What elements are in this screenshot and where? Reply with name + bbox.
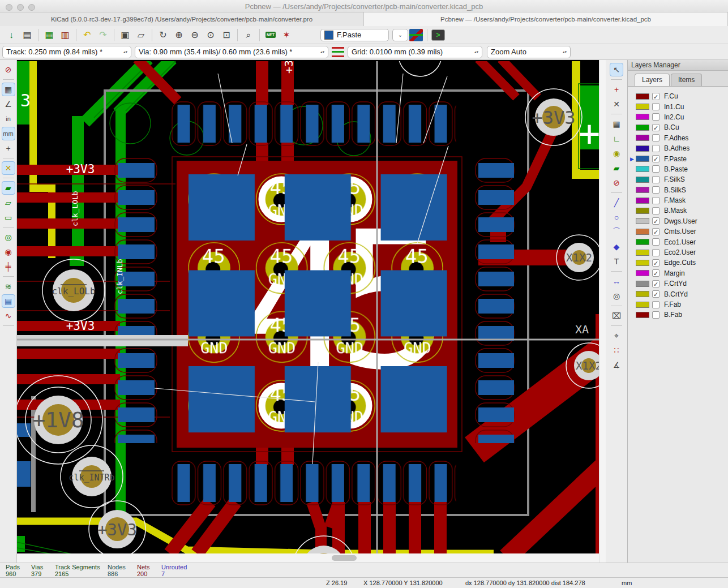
layer-color-swatch[interactable] [636, 312, 649, 318]
page-settings-icon[interactable]: ▤ [20, 28, 35, 42]
layer-row[interactable]: B.SilkS [628, 185, 728, 195]
zoom-in-icon[interactable]: ⊕ [172, 28, 186, 42]
cursor-shape-icon[interactable]: + [2, 141, 15, 155]
vias-sketch-icon[interactable]: ◉ [2, 245, 15, 259]
layer-checkbox[interactable] [652, 311, 660, 319]
footprint-browser-icon[interactable]: ▥ [58, 28, 72, 42]
pads-sketch-icon[interactable]: ◎ [2, 230, 15, 244]
redraw-icon[interactable]: ↻ [156, 28, 170, 42]
layer-checkbox[interactable]: ✓ [652, 155, 660, 162]
zoom-select[interactable]: Zoom Auto ▴▾ [487, 46, 571, 58]
layer-row[interactable]: ✓F.CrtYd [628, 278, 728, 289]
layer-color-swatch[interactable] [636, 145, 649, 152]
layer-row[interactable]: Eco1.User [628, 237, 728, 247]
find-icon[interactable]: ⌕ [241, 28, 256, 42]
via-size-select[interactable]: Via: 0.90 mm (35.4 mils)/ 0.60 mm (23.6 … [135, 46, 328, 58]
layer-color-swatch[interactable] [636, 114, 649, 120]
layer-checkbox[interactable] [652, 134, 660, 141]
layer-row[interactable]: ✓B.CrtYd [628, 289, 728, 299]
layer-color-swatch[interactable] [636, 208, 649, 214]
layer-selector-dropdown-button[interactable]: ⌄ [392, 29, 408, 41]
layer-color-swatch[interactable] [636, 125, 649, 131]
add-footprint-icon[interactable]: ▦ [610, 117, 623, 131]
add-target-icon[interactable]: ◎ [610, 289, 623, 303]
zoom-fit-icon[interactable]: ⊙ [203, 28, 218, 42]
microwave-toolbar-icon[interactable]: ∿ [2, 309, 15, 323]
layer-checkbox[interactable] [652, 176, 660, 183]
select-tool-icon[interactable]: ↖ [610, 63, 623, 76]
layer-checkbox[interactable]: ✓ [652, 280, 660, 287]
measure-tool-icon[interactable]: ∡ [610, 358, 623, 372]
layer-color-swatch[interactable] [636, 302, 649, 308]
layer-row[interactable]: In1.Cu [628, 101, 728, 111]
layer-checkbox[interactable]: ✓ [652, 269, 660, 277]
high-contrast-icon[interactable]: ≋ [2, 280, 15, 293]
layer-checkbox[interactable] [652, 207, 660, 214]
zones-sketch-icon[interactable]: ▭ [2, 211, 15, 224]
units-inches-icon[interactable]: in [2, 112, 15, 126]
layer-checkbox[interactable] [652, 103, 660, 110]
layer-row[interactable]: ✓Cmts.User [628, 226, 728, 237]
layer-color-swatch[interactable] [636, 250, 649, 256]
layer-checkbox[interactable] [652, 113, 660, 121]
layer-row[interactable]: ✓Dwgs.User [628, 216, 728, 226]
add-circle-icon[interactable]: ○ [610, 211, 623, 224]
tracks-sketch-icon[interactable]: ╪ [2, 260, 15, 273]
grid-origin-icon[interactable]: ∷ [610, 344, 623, 357]
plot-icon[interactable]: ▱ [134, 28, 148, 42]
delete-tool-icon[interactable]: ⌧ [610, 309, 623, 323]
layer-color-swatch[interactable] [636, 177, 649, 183]
add-arc-icon[interactable]: ⌒ [610, 225, 623, 239]
grid-visibility-icon[interactable]: ▦ [2, 83, 15, 96]
vertical-scrollbar[interactable] [599, 60, 606, 563]
layer-row[interactable]: Eco2.User [628, 247, 728, 257]
layer-color-swatch[interactable] [636, 281, 649, 287]
ratsnest-visibility-icon[interactable]: ✕ [2, 161, 15, 175]
print-icon[interactable]: ▣ [118, 28, 132, 42]
polar-coords-icon[interactable]: ∠ [2, 97, 15, 111]
layer-row[interactable]: F.Fab [628, 299, 728, 310]
add-line-icon[interactable]: ╱ [610, 196, 623, 209]
add-text-icon[interactable]: T [610, 255, 623, 268]
layer-row[interactable]: B.Paste [628, 164, 728, 174]
auto-track-width-icon[interactable] [332, 47, 344, 57]
drc-icon[interactable]: ✶ [279, 28, 294, 42]
units-mm-icon[interactable]: mm [2, 127, 15, 140]
add-via-icon[interactable]: ◉ [610, 147, 623, 160]
footprint-editor-icon[interactable]: ▦ [42, 28, 57, 42]
layer-row[interactable]: ✓B.Cu [628, 122, 728, 132]
tab-pcbnew[interactable]: Pcbnew — /Users/andy/Projects/converter/… [364, 12, 728, 26]
layer-checkbox[interactable]: ✓ [652, 93, 660, 100]
layer-checkbox[interactable] [652, 145, 660, 152]
tab-items[interactable]: Items [671, 74, 702, 86]
layer-color-swatch[interactable] [636, 198, 649, 204]
layer-color-swatch[interactable] [636, 187, 649, 193]
track-width-select[interactable]: Track: 0.250 mm (9.84 mils) * ▴▾ [2, 46, 131, 58]
layers-pane-toggle-icon[interactable]: ▤ [2, 294, 15, 308]
layer-checkbox[interactable]: ✓ [652, 290, 660, 298]
tab-layers[interactable]: Layers [635, 74, 670, 86]
layer-color-swatch[interactable] [636, 291, 649, 297]
pcb-canvas[interactable]: 45 GND [17, 60, 599, 563]
zoom-selection-icon[interactable]: ⊡ [219, 28, 234, 42]
redo-icon[interactable]: ↷ [96, 28, 110, 42]
grid-select[interactable]: Grid: 0.0100 mm (0.39 mils) ▴▾ [348, 46, 482, 58]
route-tracks-icon[interactable]: ∟ [610, 132, 623, 145]
add-zone-icon[interactable]: ▰ [610, 161, 623, 175]
scripting-console-icon[interactable]: > [431, 28, 446, 42]
layer-color-swatch[interactable] [636, 260, 649, 266]
layer-color-swatch[interactable] [636, 135, 649, 141]
layer-row[interactable]: ✓Margin [628, 268, 728, 278]
layer-checkbox[interactable]: ✓ [652, 228, 660, 235]
add-dimension-icon[interactable]: ↔ [610, 274, 623, 288]
highlight-net-icon[interactable]: + [610, 83, 623, 96]
layer-color-swatch[interactable] [636, 218, 649, 224]
layer-checkbox[interactable] [652, 186, 660, 194]
layer-row[interactable]: In2.Cu [628, 112, 728, 122]
layer-checkbox[interactable]: ✓ [652, 259, 660, 267]
layer-color-swatch[interactable] [636, 93, 649, 100]
layer-row[interactable]: ✓F.Cu [628, 91, 728, 101]
drc-off-icon[interactable]: ⊘ [2, 63, 15, 76]
layer-color-swatch[interactable] [636, 156, 649, 162]
layer-selector[interactable]: F.Paste [320, 29, 389, 41]
